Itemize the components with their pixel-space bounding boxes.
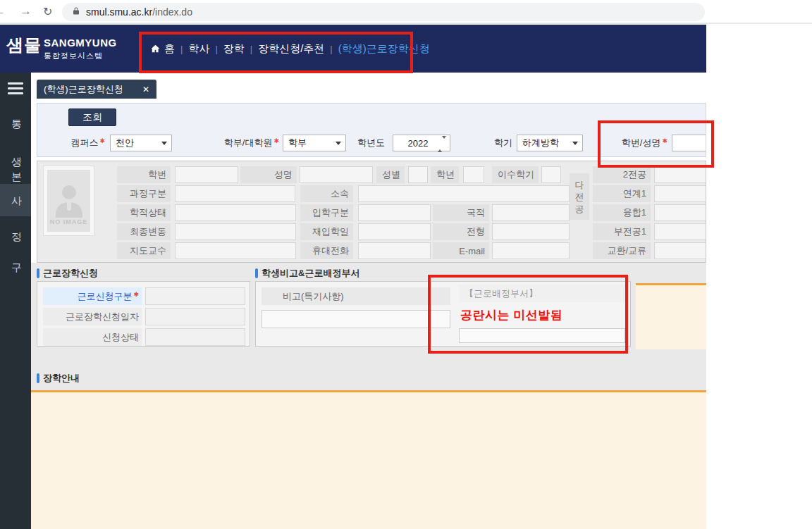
multi-major-vertical-text: 다전공 [574, 179, 584, 215]
field-exchange [654, 242, 706, 259]
url-path: /index.do [152, 6, 192, 18]
field-last-change [175, 223, 296, 240]
field-remarks-note[interactable] [262, 310, 450, 328]
field-linked-major [654, 185, 706, 202]
field-work-apply-date [145, 308, 245, 325]
label-grade: 학년 [431, 166, 459, 183]
field-name [300, 166, 373, 183]
year-label-text: 학년도 [357, 137, 385, 149]
back-icon[interactable]: ← [0, 4, 6, 18]
forward-icon[interactable]: → [20, 4, 32, 18]
field-mobile-phone [358, 242, 431, 259]
label-application-status: 신청상태 [43, 328, 142, 346]
home-icon [150, 44, 161, 54]
label-readmission-date: 재입학일 [300, 223, 353, 240]
field-assigned-dept [459, 328, 625, 343]
query-button[interactable]: 조회 [68, 108, 116, 126]
division-value: 학부 [288, 137, 307, 149]
no-image-text: NO IMAGE [47, 218, 90, 225]
term-label-text: 학기 [494, 137, 512, 149]
nav-separator: | [330, 44, 332, 54]
label-course-type: 과정구분 [117, 185, 171, 202]
side-info-panel [636, 283, 706, 349]
field-second-major [654, 166, 706, 183]
sidebar-item-2-line2: 본 [11, 169, 22, 184]
menu-icon[interactable] [8, 82, 23, 97]
label-student-number: 학번 [117, 166, 171, 183]
student-id-input[interactable] [672, 135, 706, 151]
section-bar-icon [37, 373, 39, 383]
label-mobile-phone: 휴대전화 [300, 242, 353, 259]
nav-item-janghak-apply[interactable]: 장학신청/추천 [258, 42, 324, 56]
required-icon: ✱ [662, 137, 668, 144]
guide-body-panel [31, 390, 706, 529]
sidebar-item-2-line1: 생 [11, 154, 22, 169]
logo-english: SANGMYUNG [44, 37, 117, 49]
field-email [492, 242, 570, 259]
field-student-number [175, 166, 238, 183]
field-convergence-major [654, 204, 706, 221]
label-email: E-mail [433, 242, 489, 259]
sidebar-item-1[interactable]: 통 [11, 116, 22, 131]
label-linked-major: 연계1 [593, 185, 651, 202]
field-readmission-date [358, 223, 431, 240]
student-info-panel: NO IMAGE 학번 성명 성별 학년 이수학기 과정구분 소속 학적상태 입… [37, 161, 706, 263]
sidebar-item-2[interactable]: 생 본 [11, 154, 22, 184]
field-minor [654, 223, 706, 240]
term-value: 하계방학 [522, 137, 559, 149]
assigned-dept-header: 【근로배정부서】 [459, 285, 625, 302]
assigned-dept-box: 【근로배정부서】 공란시는 미선발됨 [459, 285, 625, 344]
nav-item-janghak[interactable]: 장학 [223, 42, 245, 56]
address-bar[interactable]: smul.smu.ac.kr/index.do [62, 3, 705, 21]
nav-item-home[interactable]: 홈 [164, 42, 175, 56]
tab-label: (학생)근로장학신청 [44, 83, 123, 96]
remarks-title-text: 학생비고&근로배정부서 [262, 267, 359, 280]
label-minor: 부전공1 [593, 223, 651, 240]
label-work-apply-type: 근로신청구분✱ [43, 287, 142, 305]
chevron-down-icon [161, 142, 167, 145]
sidebar-item-4[interactable]: 정 [11, 229, 22, 244]
close-icon[interactable]: ✕ [142, 85, 149, 94]
spinner-arrows-icon[interactable] [438, 139, 446, 149]
student-id-label: 학번/성명✱ [597, 135, 668, 151]
label-enrollment-status: 학적상태 [117, 204, 171, 221]
field-affiliation [358, 185, 570, 202]
screenshot-canvas: ← → ↻ smul.smu.ac.kr/index.do 샘물 SANGMYU… [0, 0, 812, 529]
remarks-box: 비고(특기사항) 【근로배정부서】 공란시는 미선발됨 [255, 281, 631, 347]
search-panel: 조회 캠퍼스✱ 천안 학부/대학원✱ 학부 학년도 2022 [37, 103, 706, 157]
work-application-title-text: 근로장학신청 [43, 267, 98, 280]
campus-select[interactable]: 천안 [110, 135, 172, 151]
year-label: 학년도 [343, 135, 385, 151]
nav-item-work-scholarship[interactable]: (학생)근로장학신청 [338, 42, 430, 56]
nav-separator: | [180, 44, 183, 54]
assigned-dept-warning: 공란시는 미선발됨 [460, 307, 562, 323]
guide-title-text: 장학안내 [43, 372, 80, 385]
tab-work-scholarship[interactable]: (학생)근로장학신청 ✕ [37, 80, 156, 99]
campus-value: 천안 [116, 137, 134, 149]
reload-icon[interactable]: ↻ [43, 5, 52, 18]
required-icon: ✱ [273, 137, 279, 144]
label-admission-type: 입학구분 [300, 204, 353, 221]
campus-label-text: 캠퍼스 [70, 137, 98, 149]
sidebar-item-5[interactable]: 구 [11, 260, 22, 275]
lock-icon [72, 6, 80, 18]
nav-item-haksa[interactable]: 학사 [188, 42, 209, 56]
field-work-apply-type [145, 287, 245, 305]
label-second-major: 2전공 [593, 166, 651, 183]
remarks-title: 학생비고&근로배정부서 [255, 267, 359, 280]
field-nationality [492, 204, 570, 221]
year-value: 2022 [408, 138, 429, 149]
term-select[interactable]: 하계방학 [517, 135, 583, 151]
chevron-down-icon [336, 142, 341, 145]
term-label: 학기 [484, 135, 512, 151]
url-domain: smul.smu.ac.kr [86, 6, 152, 18]
sidebar-item-3-active[interactable]: 사 [11, 193, 22, 208]
logo-block: SANGMYUNG 통합정보시스템 [44, 37, 117, 61]
student-id-label-text: 학번/성명 [622, 137, 661, 149]
required-icon: ✱ [99, 137, 105, 144]
label-exchange: 교환/교류 [593, 242, 651, 259]
browser-toolbar: ← → ↻ smul.smu.ac.kr/index.do [0, 0, 812, 24]
year-stepper[interactable]: 2022 [393, 135, 450, 151]
label-work-apply-date: 근로장학신청일자 [43, 308, 142, 325]
division-select[interactable]: 학부 [283, 135, 346, 151]
